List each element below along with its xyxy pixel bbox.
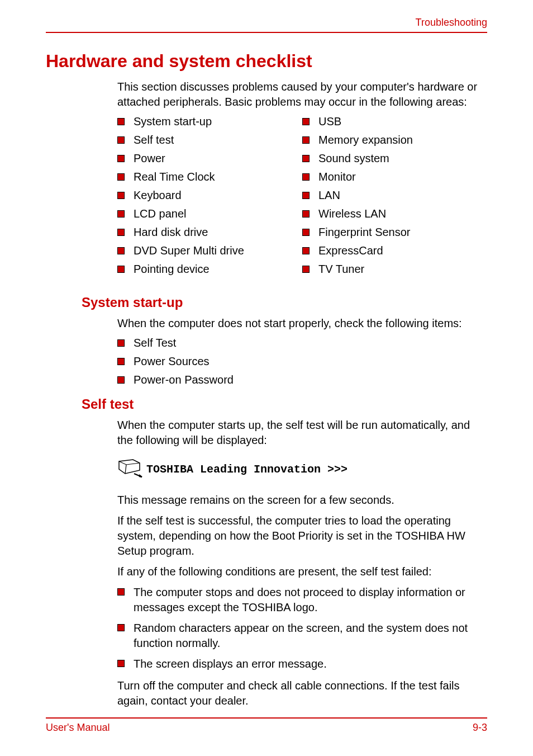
- list-item: Fingerprint Sensor: [302, 226, 487, 239]
- list-item-label: Hard disk drive: [134, 226, 208, 239]
- section-heading-self-test: Self test: [82, 396, 487, 412]
- list-item: Sound system: [302, 152, 487, 165]
- list-item-label: Keyboard: [134, 189, 182, 202]
- note-text: TOSHIBA Leading Innovation >>>: [146, 463, 348, 476]
- list-item: The screen displays an error message.: [117, 656, 487, 672]
- list-item-label: LCD panel: [134, 207, 187, 220]
- list-item-label: The computer stops and does not proceed …: [134, 585, 487, 615]
- list-item-label: System start-up: [134, 115, 212, 128]
- list-item: ExpressCard: [302, 244, 487, 257]
- section2-para1: This message remains on the screen for a…: [117, 493, 487, 508]
- list-item-label: Pointing device: [134, 263, 210, 276]
- header-label: Troubleshooting: [46, 17, 487, 32]
- section1-intro: When the computer does not start properl…: [117, 316, 487, 331]
- bullet-icon: [117, 136, 125, 144]
- footer-right: 9-3: [473, 722, 487, 734]
- list-item-label: LAN: [318, 189, 340, 202]
- bullet-icon: [117, 376, 125, 384]
- list-item-label: Self Test: [134, 337, 176, 349]
- list-item-label: Memory expansion: [318, 134, 413, 147]
- list-item: LCD panel: [117, 207, 302, 220]
- list-item: Self Test: [117, 337, 487, 349]
- bullet-icon: [117, 192, 125, 199]
- bullet-icon: [302, 266, 310, 273]
- list-item-label: Real Time Clock: [134, 171, 215, 183]
- list-item: Monitor: [302, 171, 487, 183]
- bullet-icon: [117, 624, 125, 631]
- checklist-left-col: System start-up Self test Power Real Tim…: [117, 115, 302, 281]
- list-item-label: USB: [318, 115, 341, 128]
- bullet-icon: [117, 173, 125, 181]
- bullet-icon: [117, 588, 125, 596]
- list-item-label: The screen displays an error message.: [134, 656, 327, 672]
- bullet-icon: [117, 660, 125, 667]
- bullet-icon: [302, 192, 310, 199]
- footer-left: User's Manual: [46, 722, 110, 734]
- list-item: Hard disk drive: [117, 226, 302, 239]
- footer-rule: [46, 717, 487, 719]
- bullet-icon: [302, 118, 310, 125]
- checklist-columns: System start-up Self test Power Real Tim…: [117, 115, 487, 281]
- bullet-icon: [117, 339, 125, 347]
- list-item-label: Wireless LAN: [318, 207, 386, 220]
- note-callout: TOSHIBA Leading Innovation >>>: [117, 458, 487, 480]
- list-item: USB: [302, 115, 487, 128]
- section2-para2: If the self test is successful, the comp…: [117, 513, 487, 559]
- section1-list: Self Test Power Sources Power-on Passwor…: [117, 337, 487, 386]
- bullet-icon: [302, 210, 310, 218]
- section2-para4: Turn off the computer and check all cabl…: [117, 678, 487, 708]
- list-item-label: Self test: [134, 134, 174, 147]
- note-icon: [117, 458, 146, 480]
- bullet-icon: [117, 210, 125, 218]
- bullet-icon: [302, 136, 310, 144]
- bullet-icon: [117, 155, 125, 162]
- list-item-label: Random characters appear on the screen, …: [134, 621, 487, 651]
- list-item-label: DVD Super Multi drive: [134, 244, 244, 257]
- list-item: Power: [117, 152, 302, 165]
- list-item-label: Power-on Password: [134, 374, 234, 386]
- header-rule: [46, 32, 487, 33]
- intro-paragraph: This section discusses problems caused b…: [117, 79, 487, 110]
- list-item: The computer stops and does not proceed …: [117, 585, 487, 615]
- list-item: Keyboard: [117, 189, 302, 202]
- list-item: Memory expansion: [302, 134, 487, 147]
- section2-intro: When the computer starts up, the self te…: [117, 418, 487, 448]
- page-footer: User's Manual 9-3: [46, 717, 487, 734]
- bullet-icon: [302, 247, 310, 254]
- checklist-right-col: USB Memory expansion Sound system Monito…: [302, 115, 487, 281]
- list-item-label: Power Sources: [134, 355, 210, 368]
- list-item: System start-up: [117, 115, 302, 128]
- section2-para3: If any of the following conditions are p…: [117, 564, 487, 579]
- list-item-label: Fingerprint Sensor: [318, 226, 411, 239]
- section2-fail-list: The computer stops and does not proceed …: [117, 585, 487, 672]
- bullet-icon: [117, 229, 125, 236]
- list-item: TV Tuner: [302, 263, 487, 276]
- bullet-icon: [302, 229, 310, 236]
- list-item: Self test: [117, 134, 302, 147]
- list-item: DVD Super Multi drive: [117, 244, 302, 257]
- list-item: Wireless LAN: [302, 207, 487, 220]
- list-item: Pointing device: [117, 263, 302, 276]
- list-item: Random characters appear on the screen, …: [117, 621, 487, 651]
- bullet-icon: [302, 155, 310, 162]
- list-item-label: Sound system: [318, 152, 389, 165]
- list-item: Real Time Clock: [117, 171, 302, 183]
- bullet-icon: [117, 358, 125, 365]
- list-item-label: TV Tuner: [318, 263, 364, 276]
- list-item: LAN: [302, 189, 487, 202]
- bullet-icon: [117, 266, 125, 273]
- bullet-icon: [302, 173, 310, 181]
- list-item-label: Monitor: [318, 171, 356, 183]
- list-item-label: ExpressCard: [318, 244, 383, 257]
- bullet-icon: [117, 118, 125, 125]
- section-heading-system-startup: System start-up: [82, 295, 487, 310]
- list-item: Power-on Password: [117, 374, 487, 386]
- list-item: Power Sources: [117, 355, 487, 368]
- list-item-label: Power: [134, 152, 165, 165]
- bullet-icon: [117, 247, 125, 254]
- page-title: Hardware and system checklist: [46, 51, 487, 72]
